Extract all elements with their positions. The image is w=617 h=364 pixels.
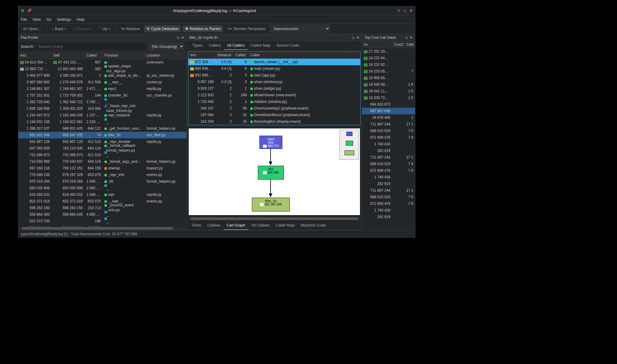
table-row[interactable]: 24 232 928 930	[362, 61, 415, 68]
cycle-detection-button[interactable]: ⟳ Cycle Detection	[144, 25, 181, 32]
table-row[interactable]: 16 045 598 2692 8	[362, 81, 415, 88]
table-row[interactable]: 3 404 377 9993 390 260 8711add_shape_to_…	[18, 72, 187, 79]
table-row[interactable]: 894 810 673	[362, 101, 415, 108]
tab-callees[interactable]: Callees	[204, 221, 223, 230]
table-row[interactable]: 16 039 739 6381 5	[362, 94, 415, 101]
table-row[interactable]: 710 055 989710 040 937644 124_format_arg…	[18, 158, 187, 165]
table-row[interactable]: 1 740 430	[362, 141, 415, 147]
table-row[interactable]: 887 967 698	[362, 108, 415, 114]
menu-settings[interactable]: Settings	[57, 17, 71, 22]
close-icon[interactable]: ✕	[409, 8, 413, 13]
graph-node[interactable]: start852889 773	[259, 136, 282, 149]
tab-callers[interactable]: Callers	[206, 41, 224, 50]
table-row[interactable]: 861 001 506856 347 33574fillet_3d occ_fi…	[18, 132, 187, 138]
table-row[interactable]: 1 396 307 037948 931 420644 122_get_func…	[18, 125, 187, 132]
column-header[interactable]: Called	[234, 52, 249, 58]
table-row[interactable]: 897 160 116706 122 151644 150unwrap insp…	[18, 165, 187, 171]
table-row[interactable]: 688 015 5297 9	[362, 161, 415, 167]
table-row[interactable]: 872 305 7412-5 (4)6launch_viewer (__init…	[188, 59, 360, 65]
minimap[interactable]	[340, 130, 359, 160]
table-row[interactable]: 5 926 22722show (widget.py)	[188, 85, 360, 92]
search-input[interactable]	[36, 43, 147, 50]
call-graph[interactable]: start852889 773861001 506fillet_3d 861 0…	[189, 128, 360, 215]
forward-button[interactable]: › Forward ▾	[70, 25, 95, 32]
pin-icon[interactable]: 📌	[27, 8, 32, 13]
table-row[interactable]: 1 695 198 9561 309 001 029414 084_future…	[18, 105, 187, 112]
graph-node[interactable]: fillet_3d 861 001 506	[252, 198, 290, 211]
grouping-select[interactable]: (No Grouping)	[148, 42, 184, 51]
column-header[interactable]: Calls	[404, 41, 415, 48]
maximize-icon[interactable]: ◇	[403, 8, 406, 13]
undock-icon[interactable]: ◇	[352, 35, 355, 40]
table-row[interactable]: 27 201 309 110	[362, 48, 415, 55]
tab-caller-map[interactable]: Caller Map	[273, 221, 298, 230]
table-row[interactable]: 1 733 44021initialize (window.py)	[188, 98, 360, 105]
table-row[interactable]: 3 967 080 6832 270 449 576411 509__repr_…	[18, 79, 187, 85]
column-header[interactable]: Self	[51, 52, 85, 59]
table-row[interactable]: 1 740 430	[362, 207, 415, 214]
table-row[interactable]: 16 042 119 8651 5	[362, 88, 415, 94]
table-row[interactable]: 778 098 238679 297 329633 075_repr_info …	[18, 171, 187, 178]
table-row[interactable]: 24 233 050 9977	[362, 68, 415, 75]
menu-go[interactable]: Go	[46, 17, 51, 22]
table-row[interactable]: 663 035 906663 035 9062 060 284~	[18, 185, 187, 191]
menu-help[interactable]: Help	[76, 17, 85, 22]
minimize-icon[interactable]: ▽	[397, 8, 400, 13]
table-row[interactable]: 348 107256DriveAssembly2 (pnphead.enaml)	[188, 105, 360, 112]
tab-all-callees[interactable]: All Callees	[248, 221, 273, 230]
tab-source-code[interactable]: Source Code	[273, 41, 302, 50]
table-row[interactable]: 711 887 24417 1	[362, 121, 415, 128]
close-icon[interactable]: ✕	[356, 35, 359, 40]
unit-select[interactable]: Nanoseconds	[270, 25, 330, 33]
menu-view[interactable]: View	[33, 17, 41, 22]
table-row[interactable]: 522 373 705196~	[18, 218, 187, 224]
relative-button[interactable]: % Relative	[119, 25, 143, 32]
table-row[interactable]: 197 064232DriveMotorMount (pnphead.enaml…	[188, 112, 360, 118]
column-header[interactable]: Function	[103, 52, 145, 59]
undock-icon[interactable]: ◇	[405, 35, 408, 40]
column-header[interactable]: Location	[145, 52, 178, 59]
table-row[interactable]: 16 909 651 551	[362, 75, 415, 81]
back-button[interactable]: ‹ Back ▾	[50, 25, 69, 32]
column-header[interactable]: Incl.	[188, 52, 215, 58]
up-button[interactable]: ˄ Up ▾	[97, 25, 113, 32]
table-row[interactable]: 12 860 732 68112 852 854 489382update_sh…	[18, 66, 187, 72]
table-row[interactable]: 619 455 032619 455 0321 648 674repr repr…	[18, 191, 187, 198]
close-icon[interactable]: ✕	[410, 35, 413, 40]
tab-parts[interactable]: Parts	[189, 221, 204, 230]
table-row[interactable]: 711 887 24417 1	[362, 154, 415, 161]
table-row[interactable]: 1 740 430	[362, 174, 415, 180]
table-row[interactable]: 142 334216BoundingBox (display.enaml)	[188, 118, 360, 125]
table-row[interactable]: 860 946 9623-4 (3)6main (viewer.py)	[188, 65, 360, 72]
table-row[interactable]: 1 194 832 1581 194 822 5812 328 177~	[18, 119, 187, 125]
graph-scrollbar[interactable]	[189, 217, 360, 221]
close-icon[interactable]: ✕	[181, 35, 184, 40]
tab-callee-map[interactable]: Callee Map	[248, 41, 274, 50]
column-header[interactable]: Incl.	[18, 52, 51, 59]
table-row[interactable]: 24 232 949 007	[362, 55, 415, 61]
table-row[interactable]: 521 218 412521 218 412210 713repr__ __in…	[18, 224, 187, 227]
table-row[interactable]: 282 919	[362, 147, 415, 154]
table-row[interactable]: 852 889 77323start (app.py)	[188, 72, 360, 79]
table-row[interactable]: 731 086 673731 086 673411 510~	[18, 152, 187, 158]
open-button[interactable]: 🗁 Open...	[21, 25, 44, 32]
table-row[interactable]: 8 057 1892-3 (3)3show (window.py)	[188, 79, 360, 85]
tab-types[interactable]: Types	[189, 41, 206, 50]
table-row[interactable]: 711 887 24417 1	[362, 187, 415, 194]
table-row[interactable]: 672 909 4767 9	[362, 167, 415, 174]
table-row[interactable]: 688 015 5297 9	[362, 128, 415, 134]
horizontal-scrollbar[interactable]	[18, 227, 187, 230]
table-row[interactable]: 688 015 5297 9	[362, 194, 415, 200]
menu-file[interactable]: File	[21, 17, 27, 22]
column-header[interactable]: Caller	[249, 52, 348, 58]
table-row[interactable]: 2 249 661 3072 249 661 3072 471 692repr1…	[18, 85, 187, 92]
column-header[interactable]: Called	[85, 52, 103, 59]
column-header[interactable]: ns	[362, 41, 392, 48]
relative-parent-button[interactable]: ✥ Relative to Parent	[183, 25, 223, 32]
undock-icon[interactable]: ◇	[177, 35, 179, 40]
tab-all-callers[interactable]: All Callers	[224, 41, 248, 50]
tab-machine-code[interactable]: Machine Code	[298, 221, 329, 230]
shorten-templates-button[interactable]: <> Shorten Templates	[225, 25, 268, 32]
table-row[interactable]: 282 919	[362, 214, 415, 220]
graph-node[interactable]: 861001 506	[258, 166, 284, 180]
